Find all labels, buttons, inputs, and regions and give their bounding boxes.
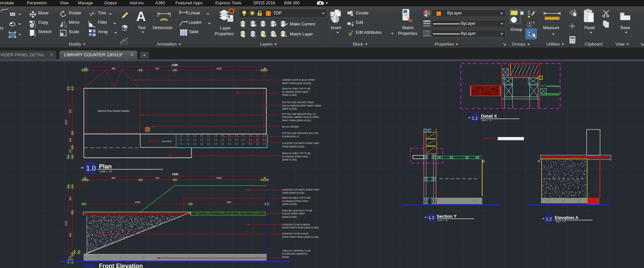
svg-text:1640: 1640 xyxy=(216,67,222,70)
svg-text:scale 1 : 10: scale 1 : 10 xyxy=(555,221,566,223)
svg-text:1040: 1040 xyxy=(135,201,140,203)
svg-text:COUNTER TO BE IN WHITE: COUNTER TO BE IN WHITE xyxy=(282,223,310,226)
svg-text:IN BLUE SPRAY PAINT: IN BLUE SPRAY PAINT xyxy=(282,212,305,215)
svg-text:PEDESTAL CABINET IN BLUE SPRAY: PEDESTAL CABINET IN BLUE SPRAY xyxy=(282,116,320,118)
svg-text:50r mm GROMET: 50r mm GROMET xyxy=(282,126,300,128)
svg-text:90: 90 xyxy=(85,67,87,70)
svg-text:FINISH (SEMI GLOSS): FINISH (SEMI GLOSS) xyxy=(282,192,304,194)
svg-text:50mm thk x 6mm INLAY TO BE: 50mm thk x 6mm INLAY TO BE xyxy=(282,209,312,212)
svg-text:1.0: 1.0 xyxy=(86,164,96,172)
svg-text:(SEMI GLOSS): (SEMI GLOSS) xyxy=(282,216,297,218)
svg-text:(SEMI GLOSS): (SEMI GLOSS) xyxy=(282,203,297,206)
svg-text:600: 600 xyxy=(69,233,71,237)
svg-text:FINISH: FINISH xyxy=(282,256,289,258)
svg-text:(SEMI GLOSS): (SEMI GLOSS) xyxy=(282,108,297,110)
svg-text:scale 1 :15: scale 1 :15 xyxy=(100,170,112,173)
svg-text:1640: 1640 xyxy=(216,177,222,179)
svg-text:IN ORANGE SPRAY PAINT: IN ORANGE SPRAY PAINT xyxy=(282,200,309,202)
svg-text:2180: 2180 xyxy=(172,173,178,176)
svg-text:COUNTER TO BE IN BLUE: COUNTER TO BE IN BLUE xyxy=(282,232,309,235)
svg-text:Elevation A: Elevation A xyxy=(555,215,579,220)
svg-text:PAINT FINISH (SEMI GLOSS): PAINT FINISH (SEMI GLOSS) xyxy=(282,82,311,85)
svg-text:90: 90 xyxy=(264,177,266,179)
svg-text:PAINT FINISH (SEMI GLOSS): PAINT FINISH (SEMI GLOSS) xyxy=(282,119,311,122)
svg-text:1010: 1010 xyxy=(65,120,67,125)
svg-text:1.1: 1.1 xyxy=(472,116,478,121)
svg-text:1.2: 1.2 xyxy=(428,215,434,220)
svg-text:LEG IN ORANGE SPRAY PAINT FINI: LEG IN ORANGE SPRAY PAINT FINISH xyxy=(282,105,321,107)
svg-text:(SEMI GLOSS): (SEMI GLOSS) xyxy=(282,158,297,161)
svg-text:WHITE POLYKEM FINISH: WHITE POLYKEM FINISH xyxy=(98,110,129,113)
svg-text:SPRAY PAINT FINISH (SEMI GLOSS: SPRAY PAINT FINISH (SEMI GLOSS) xyxy=(282,226,319,229)
svg-text:50mm thk TABLE TOP TO BE: 50mm thk TABLE TOP TO BE xyxy=(282,152,311,154)
svg-text:100: 100 xyxy=(69,256,71,260)
svg-text:400: 400 xyxy=(69,109,71,113)
svg-text:rc: rc xyxy=(0,26,3,30)
svg-text:480: 480 xyxy=(111,177,115,179)
svg-text:840: 840 xyxy=(227,201,231,203)
svg-text:IN ORANGE SPRAY PAINT: IN ORANGE SPRAY PAINT xyxy=(282,91,309,93)
svg-text:SLANTING: SLANTING xyxy=(162,140,172,142)
svg-text:100mm HT. SKIRTING TO BE: 100mm HT. SKIRTING TO BE xyxy=(282,250,311,252)
svg-text:300: 300 xyxy=(69,138,71,142)
svg-text:Section Y: Section Y xyxy=(437,214,457,219)
svg-text:scale 1 : 10: scale 1 : 10 xyxy=(481,119,492,121)
svg-text:90: 90 xyxy=(264,67,266,70)
svg-text:CABINET DOOR IN BLUE SPRAY: CABINET DOOR IN BLUE SPRAY xyxy=(282,79,315,81)
svg-text:1.2: 1.2 xyxy=(546,216,552,221)
svg-text:Detail X: Detail X xyxy=(481,114,497,119)
svg-text:DOTTED LINE INDICATED 6mm THK: DOTTED LINE INDICATED 6mm THK xyxy=(282,132,319,134)
svg-text:50mm thk TABLE TOP TO BE: 50mm thk TABLE TOP TO BE xyxy=(282,87,311,90)
svg-text:Plan: Plan xyxy=(99,163,112,170)
svg-text:IN ORANGE SPRAY PAINT: IN ORANGE SPRAY PAINT xyxy=(282,155,309,158)
svg-text:scale 1 : 10: scale 1 : 10 xyxy=(437,219,448,221)
svg-text:FINISH (SEMI GLOSS): FINISH (SEMI GLOSS) xyxy=(282,145,304,148)
svg-text:150: 150 xyxy=(69,149,71,153)
svg-text:Front Elevation: Front Elevation xyxy=(99,263,143,268)
svg-text:COUNTER TOP WHITE SPRAY PAINT: COUNTER TOP WHITE SPRAY PAINT xyxy=(282,142,320,144)
svg-text:CLEAR ACRYLIC: CLEAR ACRYLIC xyxy=(282,135,299,138)
svg-text:2180: 2180 xyxy=(172,63,178,67)
svg-text:710: 710 xyxy=(155,67,159,70)
svg-text:50mm thk TABLE TOP TO BE: 50mm thk TABLE TOP TO BE xyxy=(282,197,311,199)
svg-text:480: 480 xyxy=(111,67,115,70)
svg-text:SPRAY PAINT FINISH (SEMI GLOSS: SPRAY PAINT FINISH (SEMI GLOSS) xyxy=(282,236,319,239)
svg-text:DOTTED LINE INDICATE BUILT IN: DOTTED LINE INDICATE BUILT IN xyxy=(282,113,316,115)
svg-text:COUNTER TOP WHITE SPRAY PAINT: COUNTER TOP WHITE SPRAY PAINT xyxy=(282,189,320,191)
svg-text:90: 90 xyxy=(84,177,86,179)
svg-text:400: 400 xyxy=(69,197,71,201)
svg-text:IN HAIRLINE LAMINATED: IN HAIRLINE LAMINATED xyxy=(282,253,308,255)
svg-text:1110: 1110 xyxy=(65,221,67,226)
svg-text:(SEMI GLOSS): (SEMI GLOSS) xyxy=(282,94,297,96)
svg-text:710: 710 xyxy=(155,177,159,179)
svg-text:DOTTED LINE INDICATE TABLE: DOTTED LINE INDICATE TABLE xyxy=(282,101,314,104)
